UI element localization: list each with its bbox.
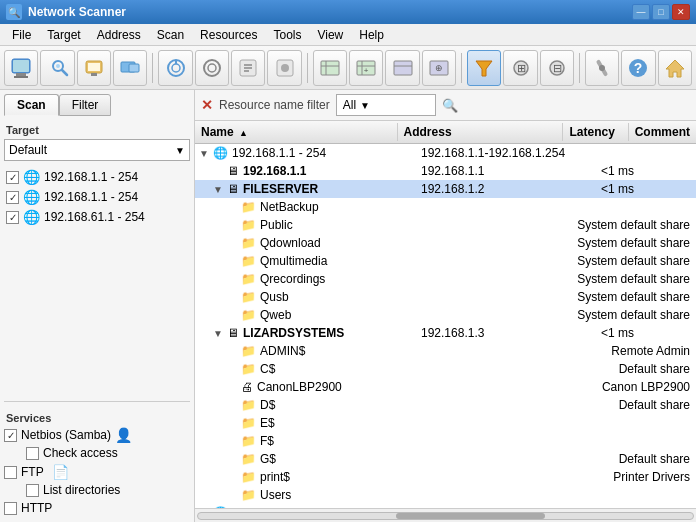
toolbar-btn-1[interactable] <box>4 50 38 86</box>
menu-file[interactable]: File <box>4 26 39 44</box>
tree-row[interactable]: ▼ 🌐 192.168.1.1 - 254 192.168.1.1-192.16… <box>195 144 696 162</box>
tree-row[interactable]: 📁 ADMIN$ Remote Admin <box>195 342 696 360</box>
node-icon: 📁 <box>241 200 256 214</box>
toolbar-address-2[interactable]: + <box>349 50 383 86</box>
tree-row[interactable]: ▼ 🖥 FILESERVER 192.168.1.2<1 ms <box>195 180 696 198</box>
ftp-check[interactable] <box>4 466 17 479</box>
target-check-2[interactable] <box>6 211 19 224</box>
menu-resources[interactable]: Resources <box>192 26 265 44</box>
toolbar-btn-9[interactable]: ⊟ <box>540 50 574 86</box>
col-header-address[interactable]: Address <box>398 123 564 141</box>
tree-cell-name: 📁 Users <box>195 487 415 503</box>
tree-cell-name: 📁 D$ <box>195 397 389 413</box>
tree-row[interactable]: 📁 Qrecordings System default share <box>195 270 696 288</box>
toolbar-btn-3[interactable] <box>77 50 111 86</box>
col-header-name[interactable]: Name ▲ <box>195 123 398 141</box>
horizontal-scrollbar[interactable] <box>195 508 696 522</box>
tree-row[interactable]: 📁 Qweb System default share <box>195 306 696 324</box>
tree-cell-name: ▼ 🖥 FILESERVER <box>195 181 415 197</box>
tree-row[interactable]: 📁 G$ Default share <box>195 450 696 468</box>
list-dir-check[interactable] <box>26 484 39 497</box>
menu-address[interactable]: Address <box>89 26 149 44</box>
check-access-checkbox[interactable] <box>26 447 39 460</box>
toolbar-filter-btn[interactable] <box>467 50 501 86</box>
http-check[interactable] <box>4 502 17 515</box>
tree-row[interactable]: 📁 NetBackup <box>195 198 696 216</box>
tree-area[interactable]: ▼ 🌐 192.168.1.1 - 254 192.168.1.1-192.16… <box>195 144 696 508</box>
menu-target[interactable]: Target <box>39 26 88 44</box>
toolbar-address-1[interactable] <box>313 50 347 86</box>
netbios-check[interactable] <box>4 429 17 442</box>
tree-row[interactable]: 📁 Users <box>195 486 696 504</box>
node-icon: 📁 <box>241 488 256 502</box>
tree-row[interactable]: 📁 print$ Printer Drivers <box>195 468 696 486</box>
toolbar-btn-6[interactable] <box>231 50 265 86</box>
target-dropdown[interactable]: Default ▼ <box>4 139 190 161</box>
col-header-latency[interactable]: Latency <box>563 123 628 141</box>
tree-row[interactable]: 📁 Qdownload System default share <box>195 234 696 252</box>
tree-row[interactable]: 📁 E$ <box>195 414 696 432</box>
menu-help[interactable]: Help <box>351 26 392 44</box>
svg-point-13 <box>172 64 180 72</box>
tab-scan[interactable]: Scan <box>4 94 59 116</box>
tree-row[interactable]: 📁 Qmultimedia System default share <box>195 252 696 270</box>
tree-row[interactable]: 📁 D$ Default share <box>195 396 696 414</box>
toolbar-home-btn[interactable] <box>658 50 692 86</box>
toolbar-help-btn[interactable]: ? <box>621 50 655 86</box>
tree-row[interactable]: 📁 Qusb System default share <box>195 288 696 306</box>
target-check-1[interactable] <box>6 191 19 204</box>
svg-text:⊕: ⊕ <box>435 63 443 73</box>
target-check-0[interactable] <box>6 171 19 184</box>
svg-rect-23 <box>321 61 339 75</box>
tree-cell-latency <box>595 152 665 154</box>
tree-row[interactable]: 📁 C$ Default share <box>195 360 696 378</box>
col-header-comment[interactable]: Comment <box>629 123 696 141</box>
expand-btn[interactable]: ▼ <box>213 184 225 195</box>
filter-clear-btn[interactable]: ✕ <box>201 97 213 113</box>
minimize-button[interactable]: — <box>632 4 650 20</box>
toolbar-wrench-btn[interactable] <box>585 50 619 86</box>
expand-btn[interactable]: ▼ <box>199 148 211 159</box>
filter-dropdown[interactable]: All ▼ <box>336 94 436 116</box>
toolbar-btn-4[interactable] <box>113 50 147 86</box>
dropdown-arrow: ▼ <box>175 145 185 156</box>
expand-btn[interactable]: ▼ <box>213 328 225 339</box>
tree-row[interactable]: 🖨 CanonLBP2900 Canon LBP2900 <box>195 378 696 396</box>
close-button[interactable]: ✕ <box>672 4 690 20</box>
tree-row[interactable]: 📁 Public System default share <box>195 216 696 234</box>
ftp-service: FTP 📄 <box>4 464 190 480</box>
tree-row[interactable]: 🖥 192.168.1.1 192.168.1.1<1 ms <box>195 162 696 180</box>
scroll-track[interactable] <box>197 512 694 520</box>
tree-cell-comment: System default share <box>571 217 696 233</box>
maximize-button[interactable]: □ <box>652 4 670 20</box>
menu-view[interactable]: View <box>309 26 351 44</box>
scroll-thumb[interactable] <box>396 513 545 519</box>
toolbar-btn-8[interactable]: ⊞ <box>503 50 537 86</box>
toolbar-btn-2[interactable] <box>40 50 74 86</box>
menu-tools[interactable]: Tools <box>265 26 309 44</box>
tree-cell-addr <box>369 242 513 244</box>
filter-label: Resource name filter <box>219 98 330 112</box>
services-section: Services Netbios (Samba) 👤 Check access … <box>4 401 190 518</box>
node-label: E$ <box>260 416 275 430</box>
tree-cell-latency <box>543 350 605 352</box>
http-service: HTTP <box>4 501 190 515</box>
tab-filter[interactable]: Filter <box>59 94 112 116</box>
toolbar-btn-7[interactable] <box>267 50 301 86</box>
tree-row[interactable]: 📁 F$ <box>195 432 696 450</box>
menu-scan[interactable]: Scan <box>149 26 192 44</box>
tree-cell-addr <box>369 278 513 280</box>
toolbar-scan-btn[interactable] <box>158 50 192 86</box>
node-icon: 📁 <box>241 434 256 448</box>
toolbar-address-3[interactable] <box>385 50 419 86</box>
node-icon: 📁 <box>241 236 256 250</box>
toolbar-btn-5[interactable] <box>195 50 229 86</box>
node-icon: 📁 <box>241 398 256 412</box>
tree-cell-name: ▼ 🖥 LIZARDSYSTEMS <box>195 325 415 341</box>
toolbar-address-4[interactable]: ⊕ <box>422 50 456 86</box>
tab-bar: Scan Filter <box>4 94 190 116</box>
tree-row[interactable]: ▼ 🖥 LIZARDSYSTEMS 192.168.1.3<1 ms <box>195 324 696 342</box>
node-label: NetBackup <box>260 200 319 214</box>
node-label: D$ <box>260 398 275 412</box>
filter-search-icon[interactable]: 🔍 <box>442 98 458 113</box>
